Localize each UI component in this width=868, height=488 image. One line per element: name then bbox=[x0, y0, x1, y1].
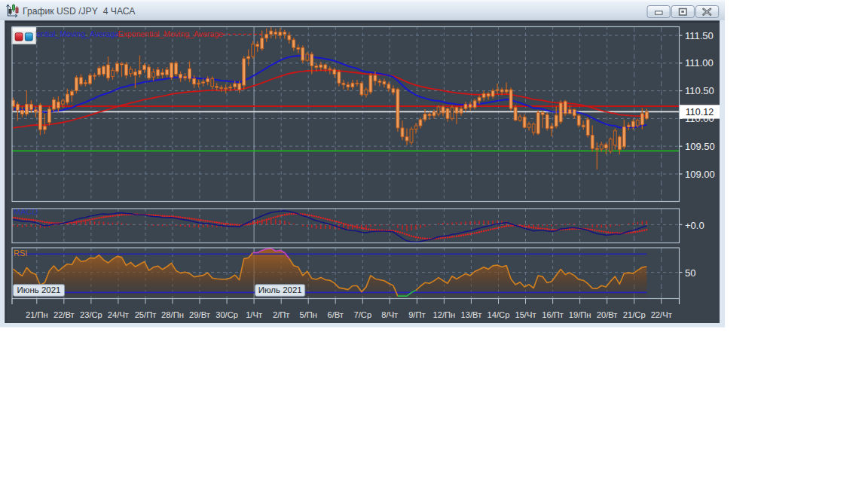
svg-text:24/Чт: 24/Чт bbox=[108, 310, 129, 319]
svg-text:21/Ср: 21/Ср bbox=[623, 310, 646, 319]
svg-text:22/Чт: 22/Чт bbox=[651, 310, 672, 319]
svg-text:19/Пн: 19/Пн bbox=[569, 310, 591, 319]
svg-text:1/Чт: 1/Чт bbox=[246, 310, 262, 319]
svg-text:+0.0: +0.0 bbox=[685, 220, 704, 231]
svg-text:109.00: 109.00 bbox=[685, 169, 715, 180]
svg-text:2/Пт: 2/Пт bbox=[273, 310, 290, 319]
svg-text:График USD /JPY 4 ЧАСА: График USD /JPY 4 ЧАСА bbox=[23, 6, 136, 17]
svg-text:15/Чт: 15/Чт bbox=[515, 310, 536, 319]
svg-text:110.50: 110.50 bbox=[685, 85, 714, 96]
svg-text:109.50: 109.50 bbox=[685, 141, 715, 152]
svg-text:22/Вт: 22/Вт bbox=[53, 310, 75, 319]
svg-text:111.00: 111.00 bbox=[685, 57, 714, 69]
svg-text:12/Пн: 12/Пн bbox=[433, 310, 456, 319]
svg-text:Июль 2021: Июль 2021 bbox=[258, 285, 302, 294]
svg-text:14/Ср: 14/Ср bbox=[487, 310, 510, 319]
svg-text:30/Ср: 30/Ср bbox=[215, 310, 238, 319]
svg-text:5/Пн: 5/Пн bbox=[299, 310, 317, 319]
svg-text:9/Пт: 9/Пт bbox=[408, 310, 426, 319]
svg-text:ential_Moving_Average: ential_Moving_Average bbox=[37, 29, 120, 38]
svg-text:13/Вт: 13/Вт bbox=[461, 310, 482, 319]
svg-text:6/Вт: 6/Вт bbox=[327, 310, 344, 319]
svg-text:RSI: RSI bbox=[14, 249, 27, 258]
svg-text:50: 50 bbox=[685, 267, 695, 279]
svg-text:21/Пн: 21/Пн bbox=[26, 310, 48, 319]
svg-text:8/Чт: 8/Чт bbox=[381, 310, 398, 319]
svg-text:20/Вт: 20/Вт bbox=[597, 310, 618, 319]
svg-text:25/Пт: 25/Пт bbox=[135, 310, 157, 319]
svg-text:110.12: 110.12 bbox=[686, 107, 714, 117]
svg-text:7/Ср: 7/Ср bbox=[353, 310, 371, 319]
svg-text:111.50: 111.50 bbox=[685, 30, 714, 41]
svg-text:29/Вт: 29/Вт bbox=[189, 310, 210, 319]
svg-text:Июнь 2021: Июнь 2021 bbox=[17, 285, 60, 294]
svg-text:-Exponential_Moving_Average: -Exponential_Moving_Average bbox=[115, 29, 223, 38]
svg-text:23/Ср: 23/Ср bbox=[80, 310, 102, 319]
svg-text:28/Пн: 28/Пн bbox=[161, 310, 184, 319]
svg-text:16/Пт: 16/Пт bbox=[542, 310, 564, 319]
